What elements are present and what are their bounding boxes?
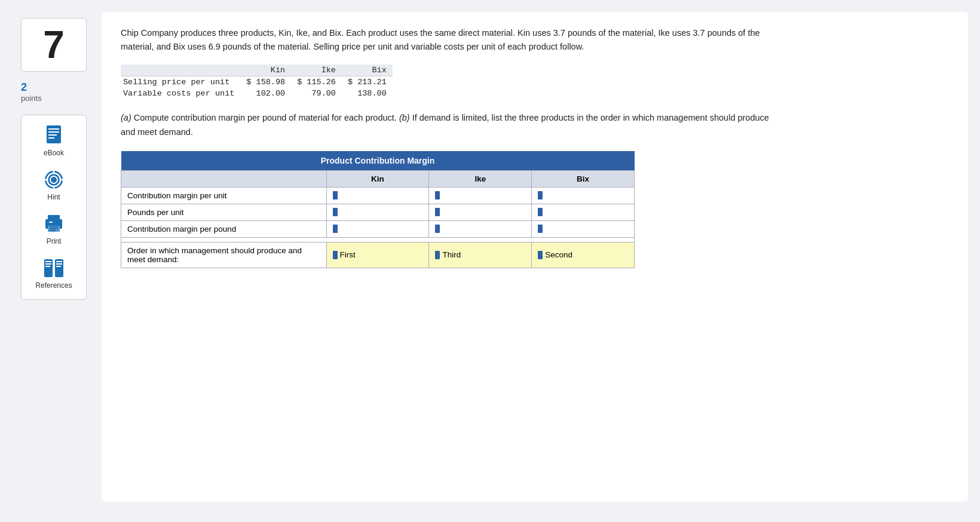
cm-per-pound-row: Contribution margin per pound (121, 220, 635, 237)
points-value: 2 (21, 81, 87, 94)
sidebar-tools: eBook Hint (21, 115, 87, 300)
svg-rect-19 (50, 226, 58, 228)
col-kin-header: Kin (240, 65, 291, 76)
pcm-col-ike: Ike (429, 170, 532, 187)
print-tool[interactable]: Print (43, 213, 65, 245)
pcm-title: Product Contribution Margin (121, 151, 635, 171)
ike-indicator-2 (435, 208, 440, 216)
print-icon (44, 215, 63, 233)
order-kin-value: First (340, 250, 356, 259)
bix-indicator-1 (538, 191, 543, 199)
main-content: Chip Company produces three products, Ki… (102, 12, 968, 502)
pounds-kin-input[interactable] (340, 208, 423, 217)
variable-costs-row: Variable costs per unit 102.00 79.00 138… (121, 88, 393, 99)
selling-price-kin: $ 158.98 (240, 76, 291, 88)
pcm-table: Product Contribution Margin Kin Ike Bix … (121, 151, 635, 268)
cm-per-pound-kin-cell[interactable] (326, 220, 429, 237)
cm-per-pound-label: Contribution margin per pound (121, 220, 327, 237)
data-table: Kin Ike Bix Selling price per unit $ 158… (121, 65, 393, 99)
order-bix-value: Second (545, 250, 572, 259)
variable-costs-kin: 102.00 (240, 88, 291, 99)
selling-price-bix: $ 213.21 (342, 76, 393, 88)
order-bix-cell[interactable]: Second (532, 242, 635, 268)
svg-rect-1 (48, 128, 59, 130)
spacer-row (121, 237, 635, 242)
pcm-col-kin: Kin (326, 170, 429, 187)
kin-indicator-1 (333, 191, 338, 199)
page-container: 7 2 points eBook (12, 12, 968, 502)
pcm-col-header-row: Kin Ike Bix (121, 170, 635, 187)
cm-per-pound-ike-input[interactable] (442, 225, 525, 234)
variable-costs-label: Variable costs per unit (121, 88, 240, 99)
svg-rect-21 (50, 230, 56, 231)
cm-per-unit-bix-cell[interactable] (532, 187, 635, 204)
ike-indicator-3 (435, 225, 440, 233)
cm-per-unit-kin-input[interactable] (340, 191, 423, 200)
svg-rect-4 (48, 137, 54, 139)
hint-label: Hint (47, 193, 60, 201)
cm-per-pound-bix-cell[interactable] (532, 220, 635, 237)
cm-per-pound-bix-input[interactable] (545, 225, 628, 234)
svg-rect-2 (48, 131, 59, 133)
pcm-col-bix: Bix (532, 170, 635, 187)
references-label: References (35, 281, 72, 290)
pounds-per-unit-label: Pounds per unit (121, 204, 327, 220)
svg-rect-16 (49, 222, 53, 223)
cm-per-unit-ike-cell[interactable] (429, 187, 532, 204)
order-row: Order in which management should produce… (121, 242, 635, 268)
order-kin-cell[interactable]: First (326, 242, 429, 268)
selling-price-label: Selling price per unit (121, 76, 240, 88)
pounds-ike-cell[interactable] (429, 204, 532, 220)
pounds-kin-cell[interactable] (326, 204, 429, 220)
cm-per-pound-ike-cell[interactable] (429, 220, 532, 237)
svg-rect-3 (48, 134, 57, 136)
kin-indicator-3 (333, 225, 338, 233)
kin-indicator-2 (333, 208, 338, 216)
ebook-icon (45, 125, 62, 146)
svg-rect-28 (56, 263, 62, 265)
order-ike-value: Third (442, 250, 461, 259)
order-label: Order in which management should produce… (121, 242, 327, 268)
kin-order-indicator (333, 251, 338, 259)
svg-rect-24 (45, 261, 51, 262)
problem-text: Chip Company produces three products, Ki… (121, 26, 778, 54)
question-number-box: 7 (21, 18, 87, 72)
data-table-header-row: Kin Ike Bix (121, 65, 393, 76)
sidebar: 7 2 points eBook (12, 12, 96, 502)
cm-per-unit-kin-cell[interactable] (326, 187, 429, 204)
bix-indicator-2 (538, 208, 543, 216)
print-label: Print (47, 237, 62, 245)
svg-rect-26 (45, 266, 50, 267)
cm-per-unit-bix-input[interactable] (545, 191, 628, 200)
selling-price-row: Selling price per unit $ 158.98 $ 115.26… (121, 76, 393, 88)
cm-per-unit-label: Contribution margin per unit (121, 187, 327, 204)
data-table-wrapper: Kin Ike Bix Selling price per unit $ 158… (121, 65, 949, 99)
references-tool[interactable]: References (35, 257, 72, 290)
bix-order-indicator (538, 251, 543, 259)
cm-per-pound-kin-input[interactable] (340, 225, 423, 234)
hint-tool[interactable]: Hint (43, 169, 65, 201)
ebook-icon-wrapper (43, 125, 65, 146)
ebook-tool[interactable]: eBook (43, 125, 65, 157)
col-bix-header: Bix (342, 65, 393, 76)
references-icon (44, 258, 63, 278)
col-empty (121, 65, 240, 76)
ike-indicator-1 (435, 191, 440, 199)
pounds-bix-input[interactable] (545, 208, 628, 217)
variable-costs-ike: 79.00 (291, 88, 342, 99)
pounds-ike-input[interactable] (442, 208, 525, 217)
hint-icon (44, 170, 64, 190)
variable-costs-bix: 138.00 (342, 88, 393, 99)
svg-rect-20 (50, 228, 58, 229)
question-number: 7 (43, 23, 65, 67)
selling-price-ike: $ 115.26 (291, 76, 342, 88)
hint-icon-wrapper (43, 169, 65, 191)
sub-text: (a) Compute contribution margin per poun… (121, 111, 778, 139)
col-ike-header: Ike (291, 65, 342, 76)
svg-rect-29 (56, 266, 61, 267)
points-label: points (21, 94, 87, 103)
cm-per-unit-ike-input[interactable] (442, 191, 525, 200)
cm-per-unit-row: Contribution margin per unit (121, 187, 635, 204)
order-ike-cell[interactable]: Third (429, 242, 532, 268)
pounds-bix-cell[interactable] (532, 204, 635, 220)
